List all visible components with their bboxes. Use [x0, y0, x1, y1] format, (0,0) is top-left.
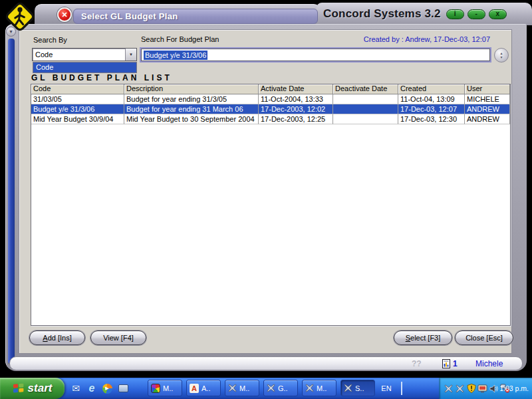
concord-icon — [305, 384, 314, 392]
start-button[interactable]: start — [0, 378, 65, 399]
table-row[interactable]: Mid Year Budget 30/9/04Mid Year Budget t… — [31, 114, 510, 124]
column-header[interactable]: Created — [398, 84, 465, 94]
brand-bar: Concord Systems 3.2 i-x — [317, 3, 532, 25]
search-for-label: Search For Budget Plan — [141, 35, 219, 43]
status-bar: ?? 1 Michele — [9, 356, 523, 370]
table-header-row: CodeDescriptionActivate DateDeactivate D… — [31, 84, 510, 94]
spinner-down-icon: ▼ — [500, 55, 503, 59]
task-label: M.. — [317, 384, 327, 392]
table-cell: Mid Year Budget to 30 September 2004 — [124, 114, 259, 124]
acdsee-icon: A — [190, 384, 199, 393]
column-header[interactable]: Deactivate Date — [333, 84, 398, 94]
media-player-icon[interactable]: ▶ — [100, 382, 114, 395]
table-cell: 11-Oct-2004, 13:33 — [259, 94, 333, 104]
search-by-combobox[interactable]: Code ▼ — [32, 48, 137, 61]
record-count: 1 — [453, 359, 458, 368]
close-button[interactable]: Close [Esc] — [455, 331, 513, 345]
taskbar-divider — [401, 382, 402, 395]
table-cell: Mid Year Budget 30/9/04 — [31, 114, 124, 124]
security-shield-icon — [467, 384, 476, 393]
table-cell — [333, 114, 398, 124]
concord-icon[interactable] — [455, 384, 465, 394]
task-label: S.. — [355, 384, 364, 392]
table-cell: MICHELE — [465, 94, 510, 104]
concord-icon — [228, 384, 237, 392]
record-icon — [442, 359, 450, 368]
color-palette-icon — [151, 384, 160, 393]
search-by-label: Search By — [33, 36, 67, 44]
column-header[interactable]: Code — [31, 84, 124, 94]
concord-icon — [267, 384, 275, 392]
display-icon[interactable] — [477, 384, 487, 394]
system-tray: 1:03 p.m. — [439, 378, 532, 399]
play-icon: ▶ — [105, 386, 108, 391]
show-desktop-icon[interactable] — [116, 382, 130, 395]
window-controls: i-x — [446, 9, 507, 19]
task-label: M.. — [163, 384, 173, 392]
taskbar-task-button[interactable]: AA.. — [186, 380, 221, 396]
taskbar-task-button[interactable]: M.. — [302, 380, 336, 396]
concord-icon[interactable] — [444, 384, 454, 394]
table-row[interactable]: 31/03/05Budget for year ending 31/3/0511… — [31, 94, 510, 104]
table-row[interactable]: Budget y/e 31/3/06Budget for year ending… — [31, 104, 510, 114]
column-header[interactable]: Activate Date — [259, 84, 333, 94]
select-button[interactable]: Select [F3] — [394, 331, 452, 345]
internet-explorer-icon: e — [89, 382, 95, 394]
chevron-down-icon[interactable]: ▼ — [125, 49, 136, 61]
internet-explorer-icon[interactable]: e — [85, 382, 98, 395]
status-hint: ?? — [412, 359, 422, 368]
table-cell: ANDREW — [465, 114, 510, 124]
column-header[interactable]: Description — [124, 84, 259, 94]
table-cell — [333, 94, 398, 104]
taskbar-task-button[interactable]: G.. — [263, 380, 298, 396]
table-cell: 31/03/05 — [31, 94, 124, 104]
concord-icon — [344, 384, 352, 392]
volume-icon[interactable] — [489, 384, 499, 394]
add-button[interactable]: Add [Ins] — [29, 331, 85, 345]
table-cell: 17-Dec-2003, 12:02 — [259, 104, 333, 114]
spinner-button[interactable]: ▲ ▼ — [494, 48, 509, 63]
taskbar-task-button[interactable]: M.. — [148, 380, 182, 396]
brand-title: Concord Systems 3.2 — [317, 7, 441, 21]
show-desktop-icon — [118, 384, 128, 392]
taskbar-task-button[interactable]: M.. — [225, 380, 259, 396]
list-title: GL BUDGET PLAN LIST — [31, 73, 172, 82]
outlook-express-icon: ✉ — [72, 383, 80, 394]
security-shield-icon[interactable] — [466, 384, 476, 394]
search-input-selected-text: Budget y/e 31/3/06 — [144, 51, 207, 60]
task-label: A.. — [201, 384, 210, 392]
task-label: G.. — [278, 384, 288, 392]
table-body: 31/03/05Budget for year ending 31/3/0511… — [31, 94, 510, 124]
table-cell: Budget y/e 31/3/06 — [31, 104, 124, 114]
volume-icon — [489, 384, 499, 393]
windows-logo-icon — [13, 383, 25, 394]
dropdown-item-code[interactable]: Code — [33, 63, 136, 72]
desktop: Concord Systems 3.2 i-x ✕ Select GL Budg… — [0, 0, 532, 399]
language-indicator[interactable]: EN — [376, 380, 396, 396]
search-input[interactable]: Budget y/e 31/3/06 — [140, 47, 491, 63]
table-cell: ANDREW — [465, 104, 510, 114]
page-title: Select GL Budget Plan — [73, 9, 318, 24]
media-player-icon: ▶ — [102, 384, 112, 394]
status-user: Michele — [475, 359, 503, 368]
info-button-icon[interactable]: i — [446, 9, 464, 19]
concord-icon — [444, 384, 453, 393]
outlook-express-icon[interactable]: ✉ — [69, 382, 82, 395]
view-button[interactable]: View [F4] — [90, 331, 146, 345]
table-cell: Budget for year ending 31 March 06 — [124, 104, 259, 114]
clock[interactable]: 1:03 p.m. — [499, 384, 529, 392]
table-cell: 17-Dec-03, 12:07 — [398, 104, 465, 114]
minimize-button-icon[interactable]: - — [467, 9, 485, 19]
budget-plan-list: CodeDescriptionActivate DateDeactivate D… — [31, 84, 511, 326]
column-header[interactable]: User — [465, 84, 510, 94]
start-label: start — [28, 382, 53, 395]
created-by-text: Created by : Andrew, 17-Dec-03, 12:07 — [364, 35, 490, 43]
close-window-icon[interactable]: ✕ — [57, 7, 72, 22]
table-cell — [333, 104, 398, 114]
taskbar-task-button[interactable]: S.. — [340, 380, 375, 396]
display-icon — [477, 384, 487, 393]
search-by-dropdown: Code — [33, 62, 137, 73]
pedestrian-hazard-icon[interactable] — [1, 0, 39, 35]
left-accent-bar — [8, 39, 15, 364]
close-button-icon[interactable]: x — [489, 9, 507, 19]
